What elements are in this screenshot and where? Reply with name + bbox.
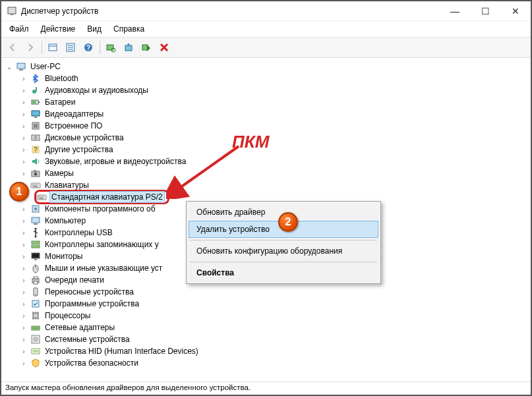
chevron-right-icon[interactable]: › [20,324,28,331]
chevron-right-icon[interactable]: › [20,277,28,284]
monitor-icon [30,251,41,262]
chevron-right-icon[interactable]: › [20,111,28,118]
battery-icon [30,97,41,107]
keyboard-icon [36,192,47,202]
cpu-icon [30,310,41,321]
svg-rect-33 [32,184,34,186]
uninstall-device-button[interactable] [138,40,155,55]
chevron-right-icon[interactable]: › [20,206,28,213]
security-icon [30,358,41,368]
tree-item-label: Bluetooth [44,73,80,84]
chevron-right-icon[interactable]: › [20,146,28,154]
ctx-scan-hardware[interactable]: Обновить конфигурацию оборудования [189,242,378,260]
chevron-right-icon[interactable]: › [20,241,28,248]
tree-item[interactable]: ›Звуковые, игровые и видеоустройства [20,156,529,167]
svg-rect-55 [34,277,38,279]
tree-item-label: Мониторы [44,251,84,262]
menu-file[interactable]: Файл [4,22,34,36]
maximize-button[interactable]: ☐ [470,1,500,21]
svg-rect-22 [34,117,37,118]
chevron-right-icon[interactable]: › [20,75,28,82]
forward-button[interactable] [22,40,39,55]
chevron-right-icon[interactable]: › [20,253,28,260]
chevron-right-icon[interactable]: › [20,289,28,296]
svg-rect-47 [35,228,37,229]
tree-item[interactable]: ›Системные устройства [20,333,529,345]
window-controls: — ☐ ✕ [440,1,531,21]
help-button[interactable]: ? [80,40,97,55]
tree-item-label: Устройства безопасности [44,358,140,368]
svg-point-43 [34,208,37,210]
tree-item[interactable]: ›Устройства HID (Human Interface Devices… [20,345,529,357]
chevron-right-icon[interactable]: › [20,300,28,308]
chevron-down-icon[interactable]: ⌄ [5,63,13,71]
chevron-right-icon[interactable]: › [20,134,28,142]
tree-item-label: Процессоры [44,310,92,321]
properties-button[interactable] [62,40,79,55]
selected-device[interactable]: Стандартная клавиатура PS/2 [34,190,169,204]
chevron-right-icon[interactable]: › [20,217,28,225]
tree-item[interactable]: ›Батареи [20,96,529,108]
tree-item[interactable]: ›Дисковые устройства [20,132,529,144]
svg-rect-24 [34,124,38,128]
tree-item[interactable]: ›?Другие устройства [20,144,529,156]
chevron-right-icon[interactable]: › [20,336,28,343]
svg-rect-50 [32,253,40,258]
menu-help[interactable]: Справка [108,22,150,36]
annotation-badge-1: 1 [9,182,29,202]
minimize-button[interactable]: — [440,1,470,21]
chevron-right-icon[interactable]: › [20,348,28,355]
tree-item[interactable]: ›Камеры [20,167,529,179]
chevron-right-icon[interactable]: › [20,360,28,367]
delete-button[interactable] [156,40,173,55]
svg-rect-56 [34,281,38,284]
tree-item-label: Контроллеры запоминающих у [44,239,160,250]
chevron-right-icon[interactable]: › [20,158,28,165]
menu-view[interactable]: Вид [82,22,107,36]
tree-item-label: Другие устройства [44,144,115,155]
svg-rect-51 [34,259,37,260]
tree-item-label: Переносные устройства [44,287,135,297]
menu-action[interactable]: Действие [36,22,81,36]
tree-item[interactable]: ›Видеоадаптеры [20,108,529,120]
chevron-right-icon[interactable]: › [20,229,28,237]
portable-icon [30,287,41,297]
tree-item[interactable]: ›Аудиовходы и аудиовыходы [20,84,529,96]
svg-rect-44 [32,217,40,223]
hid-icon [30,346,41,356]
back-button[interactable] [4,40,21,55]
tree-item[interactable]: ›Bluetooth [20,72,529,84]
tree-item[interactable]: ›Переносные устройства [20,286,529,298]
svg-point-26 [34,136,38,140]
svg-rect-38 [38,196,40,198]
computer-icon [30,215,41,226]
chevron-right-icon[interactable]: › [20,265,28,272]
tree-item-label: Контроллеры USB [44,227,114,238]
bluetooth-icon [30,73,41,84]
tree-item[interactable]: ›Устройства безопасности [20,357,529,369]
tree-item[interactable]: ›Сетевые адаптеры [20,322,529,333]
svg-point-30 [34,173,38,176]
chevron-right-icon[interactable]: › [20,99,28,106]
ctx-separator [190,262,377,262]
chevron-right-icon[interactable]: › [20,170,28,177]
chevron-right-icon[interactable]: › [20,87,28,94]
chevron-right-icon[interactable]: › [20,312,28,320]
ctx-properties[interactable]: Свойства [189,264,378,281]
tree-root-node[interactable]: ⌄ User-PC [5,61,529,72]
scan-hardware-button[interactable] [102,40,119,55]
tree-item-label: Камеры [44,168,75,179]
software-icon [30,204,41,214]
show-hidden-button[interactable] [44,40,61,55]
printer-icon [30,275,41,285]
tree-item[interactable]: ›Встроенное ПО [20,120,529,132]
close-button[interactable]: ✕ [500,1,531,21]
tree-item[interactable]: ›Программные устройства [20,298,529,310]
svg-rect-35 [36,184,38,186]
update-driver-button[interactable] [120,40,137,55]
svg-rect-15 [19,69,23,71]
svg-rect-14 [17,63,25,69]
svg-point-73 [35,339,36,340]
tree-item[interactable]: ›Процессоры [20,310,529,322]
chevron-right-icon[interactable]: › [20,123,28,130]
